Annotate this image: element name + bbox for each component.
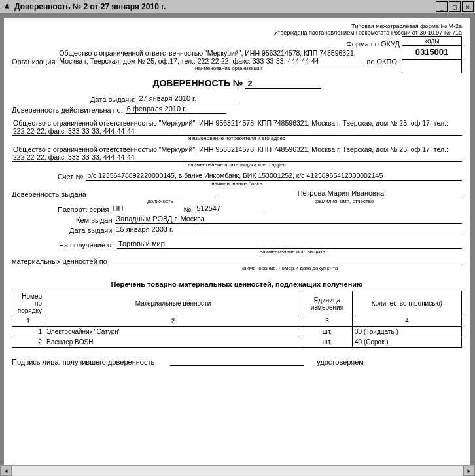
org-label: Организация [12,58,58,65]
position-caption: должность [98,198,222,204]
supplier-caption: наименование поставщика [123,249,462,255]
col-name: Материальные ценности [44,291,302,316]
position-value [89,189,216,198]
scroll-left-icon[interactable]: ◄ [0,466,12,476]
consumer-value: Общество с ограниченной ответственностью… [12,119,462,136]
supplier-value: Торговый мир [117,240,462,249]
viewport: Типовая межотраслевая форма № М-2а Утвер… [0,14,475,476]
passport-label: Паспорт: серия [58,206,111,213]
table-row: 1 Электрочайник "Сатурн" шт. 30 (Тридцат… [12,327,462,337]
colnum-3: 3 [302,316,353,327]
footer-row: Подпись лица, получившего доверенность у… [12,357,462,366]
passport-num-label: № [179,206,195,213]
approval-line: Утверждена постановлением Госкомстата Ро… [12,29,462,36]
valid-value: 6 февраля 2010 г. [126,105,226,114]
doc-title-row: ДОВЕРЕННОСТЬ № 2 [12,78,462,89]
scrollbar-horizontal[interactable]: ◄ ► [0,465,475,476]
colnum-2: 2 [44,316,302,327]
okud-code: 0315001 [402,46,461,60]
passport-issuer-row: Кем выдан Западным РОВД г. Москва [76,215,462,224]
col-unit: Единица измерения [302,291,353,316]
receipt-row: На получение от Торговый мир [59,240,462,249]
cell-qty: 40 (Сорок ) [353,337,462,348]
close-button[interactable]: × [462,1,474,12]
codes-header: коды [402,37,461,46]
passport-row: Паспорт: серия ПП № 512547 [58,204,462,213]
issue-date-row: Дата выдачи: 27 января 2010 г. [90,94,462,103]
app-icon: A [1,1,12,12]
values-doc [110,256,462,265]
valid-until-row: Доверенность действительна по: 6 февраля… [12,105,462,114]
organization-row: Организация Общество с ограниченной отве… [12,49,400,65]
scroll-track[interactable] [12,466,463,475]
cell-name: Блендер BOSН [44,337,302,348]
sign-label: Подпись лица, получившего доверенность [12,358,157,366]
doc-caption: наименование, номер и дата документа [116,265,462,271]
table-title: Перечень товарно-материальных ценностей,… [12,280,462,288]
account-value: р/с 12356478892220000145, в банке Инкомб… [86,172,462,181]
cell-name: Электрочайник "Сатурн" [44,327,302,337]
consumer-caption: наименование потребителя и его адрес [12,136,462,141]
passport-date-row: Дата выдачи 15 января 2003 г. [69,225,462,234]
account-caption: наименование банка [12,181,462,187]
issue-date-value: 27 января 2010 г. [137,94,238,103]
codes-box: коды 0315001 [402,36,462,73]
account-row: Счет № р/с 12356478892220000145, в банке… [58,172,462,181]
values-label: материальных ценностей по [12,257,110,265]
sign-line [170,357,304,366]
minimize-button[interactable]: _ [436,1,448,12]
titlebar: A Доверенность № 2 от 27 января 2010 г. … [0,0,475,14]
col-qty: Количество (прописью) [353,291,462,316]
document-page: Типовая межотраслевая форма № М-2а Утвер… [4,18,470,469]
colnum-4: 4 [353,316,462,327]
cell-unit: шт. [302,337,353,348]
account-label: Счет № [58,173,86,181]
okud-label: Форма по ОКУД [12,40,400,48]
issued-to-label: Доверенность выдана [12,191,89,198]
okpo-code-empty [402,60,461,73]
issue-date-label: Дата выдачи: [90,96,137,103]
cell-num: 1 [12,327,44,337]
values-row: материальных ценностей по [12,256,462,265]
form-type-line: Типовая межотраслевая форма № М-2а [12,23,462,29]
passport-date-label: Дата выдачи [69,227,114,234]
payer-caption: наименование плательщика и его адрес [12,162,462,168]
issued-to-captions: должность фамилия, имя, отчество [12,198,462,204]
org-value: Общество с ограниченной ответственностью… [58,49,364,65]
name-caption: фамилия, имя, отчество [226,198,462,204]
payer-value: Общество с ограниченной ответственностью… [12,145,462,162]
passport-number: 512547 [195,204,263,213]
passport-date: 15 января 2003 г. [114,225,462,234]
cell-unit: шт. [302,327,353,337]
table-header-row: Номер по порядку Материальные ценности Е… [12,291,462,316]
passport-issuer-label: Кем выдан [76,216,115,224]
maximize-button[interactable]: □ [449,1,461,12]
issued-to-name: Петрова Мария Ивановна [220,189,462,198]
colnum-1: 1 [12,316,44,327]
receipt-label: На получение от [59,241,117,249]
table-colnum-row: 1 2 3 4 [12,316,462,327]
cell-num: 2 [12,337,44,348]
org-caption: наименование организации [58,65,400,71]
cell-qty: 30 (Тридцать ) [353,327,462,337]
table-row: 2 Блендер BOSН шт. 40 (Сорок ) [12,337,462,348]
passport-issuer: Западным РОВД г. Москва [115,215,462,224]
doc-number: 2 [245,79,321,89]
doc-title: ДОВЕРЕННОСТЬ № [152,78,243,88]
passport-series: ПП [111,204,179,213]
window-title: Доверенность № 2 от 27 января 2010 г. [14,2,436,11]
valid-label: Доверенность действительна по: [12,106,126,114]
okpo-label: по ОКПО [364,58,400,65]
attest-label: удостоверяем [317,358,366,366]
scroll-right-icon[interactable]: ► [463,466,475,476]
col-num: Номер по порядку [12,291,44,316]
app-window: A Доверенность № 2 от 27 января 2010 г. … [0,0,475,476]
items-table: Номер по порядку Материальные ценности Е… [12,291,462,348]
issued-to-row: Доверенность выдана Петрова Мария Иванов… [12,189,462,198]
